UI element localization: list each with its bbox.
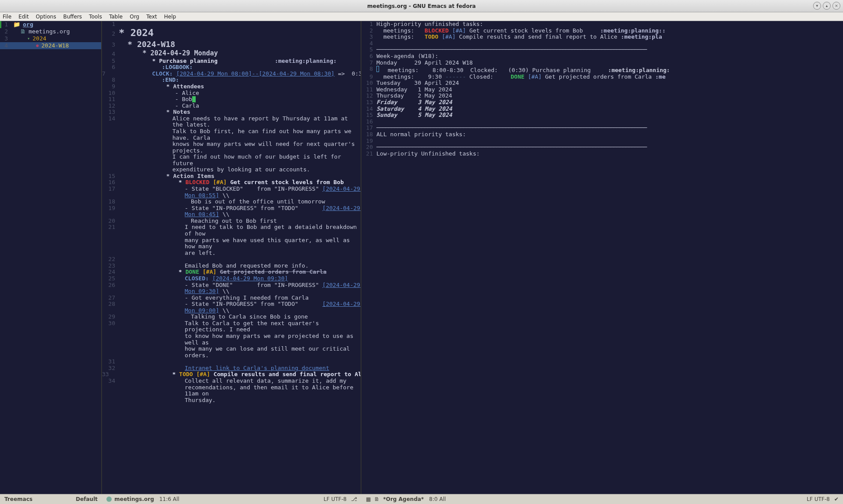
menu-buffers[interactable]: Buffers [63,14,82,20]
agenda-day-monday[interactable]: Monday 29 April 2024 W18 [376,60,843,66]
tree-file[interactable]: meetings.org [29,29,70,35]
expand-icon[interactable]: ▾ [27,36,30,41]
vcs-icon: ⎇ [351,496,357,502]
heading-action-items[interactable]: * Action Items [119,173,361,180]
tree-week[interactable]: 2024-W18 [41,43,69,49]
action-todo-title[interactable]: Compile results and send final report to… [214,371,361,377]
agenda-section-header: High-priority unfinished tasks: [376,21,843,28]
agenda-item[interactable]: Get current stock levels from Bob [466,27,600,34]
mode-icon [106,497,112,502]
item-body: Talk to Carla to get the next quarter's … [119,320,361,359]
project-root[interactable]: org [23,22,33,28]
menu-tools[interactable]: Tools [89,14,102,20]
item-body: Collect all relevant data, summarize it,… [119,378,361,403]
agenda-item[interactable]: meetings: 8:00-8:30 Clocked: (0:30) Purc… [381,67,608,73]
maximize-button[interactable]: ▴ [823,2,831,10]
agenda-day-saturday[interactable]: Saturday 4 May 2024 [376,106,843,112]
line-number: 1 [0,22,11,28]
action-done-title[interactable]: Get projected orders from Carla [220,268,327,275]
line-number: 3 [0,36,11,42]
timestamp[interactable]: [2024-04-29 Mon 08:00] [176,70,252,77]
menu-org[interactable]: Org [130,14,139,20]
encoding: LF UTF-8 [324,496,347,502]
logbook-open[interactable]: :LOGBOOK: [162,64,193,70]
log-note: - Got everything I needed from Carla [119,295,361,301]
logbook-end[interactable]: :END: [162,76,179,83]
cursor-position: 11:6 All [159,496,179,502]
agenda-current-marker [376,66,379,72]
agenda-day-sunday[interactable]: Sunday 5 May 2024 [376,112,843,119]
menu-options[interactable]: Options [36,14,56,20]
buffer-name[interactable]: meetings.org [114,496,154,502]
modeline: Treemacs Default meetings.org 11:6 All L… [0,494,843,504]
checkmark-icon: ✔ [834,496,839,502]
tree-year[interactable]: 2024 [33,36,46,42]
heading-notes[interactable]: * Notes [119,109,361,116]
log-note: Reaching out to Bob first [119,218,361,225]
log-note: Talking to Carla since Bob is gone [119,314,361,320]
modeline-main: meetings.org 11:6 All LF UTF-8⎇ [102,494,361,504]
item-body: I need to talk to Bob and get a detaield… [119,224,361,256]
folder-icon: 📁 [13,22,20,28]
heading-purchase[interactable]: * Purchase planning [152,58,218,64]
agenda-item[interactable]: Get projected orders from Carla [542,73,655,80]
todo-state-blocked[interactable]: BLOCKED [186,179,210,185]
agenda-separator: ────────────────────────────────────────… [376,125,843,131]
close-button[interactable]: × [832,2,840,10]
agenda-day-friday[interactable]: Friday 3 May 2024 [376,99,843,106]
todo-state-todo[interactable]: TODO [179,371,193,377]
agenda-day-wednesday[interactable]: Wednesday 1 May 2024 [376,87,843,93]
intranet-link[interactable]: Intranet link to Carla's planning docume… [185,365,329,371]
bullet-icon: ● [36,43,39,48]
tags: :meeting:planning: [275,58,337,64]
list-item: - Carla [119,103,361,109]
agenda-week-header: Week-agenda (W18): [376,53,843,60]
buffer-name[interactable]: *Org Agenda* [383,496,424,502]
heading-w18[interactable]: * 2024-W18 [119,40,361,50]
menu-edit[interactable]: Edit [18,14,29,20]
cursor-position: 8:0 All [429,496,446,502]
agenda-separator: ────────────────────────────────────────… [376,47,843,53]
line-number: 4 [0,43,11,49]
menu-help[interactable]: Help [164,14,176,20]
list-item: - Alice [119,90,361,97]
list-item: - Bob [175,96,192,102]
action-blocked-title[interactable]: Get current stock levels from Bob [230,179,343,185]
text-cursor [192,96,196,102]
menu-table[interactable]: Table [109,14,123,20]
agenda-separator: ────────────────────────────────────────… [376,144,843,151]
line-number: 2 [0,29,11,35]
agenda-day-tuesday[interactable]: Tuesday 30 April 2024 [376,80,843,87]
treemacs-pane[interactable]: 1 📁org 2 🗎meetings.org 3 ▾2024 4 ●2024-W… [0,21,102,494]
notes-body: Alice needs to have a report by Thursday… [119,116,361,173]
agenda-day-thursday[interactable]: Thursday 2 May 2024 [376,93,843,99]
agenda-pane[interactable]: 1High-priority unfinished tasks: 2 meeti… [361,21,843,494]
log-note: Bob is out of the office until tomorrow [119,199,361,205]
window-titlebar: meetings.org - GNU Emacs at fedora ▾ ▴ × [0,0,843,12]
agenda-item[interactable]: Compile results and send final report to… [456,33,621,40]
main-buffer[interactable]: 1 2* 2024 3* 2024-W18 4* 2024-04-29 Mond… [102,21,361,494]
window-buttons: ▾ ▴ × [813,2,840,10]
heading-attendees[interactable]: * Attendees [119,83,361,90]
window-title: meetings.org - GNU Emacs at fedora [367,3,476,9]
modeline-agenda: ▦ 🗎 *Org Agenda* 8:0 All LF UTF-8✔ [361,494,843,504]
menu-text[interactable]: Text [146,14,157,20]
clock-keyword: CLOCK: [152,70,176,77]
encoding: LF UTF-8 [807,496,830,502]
agenda-section-header: Low-priority Unfinished tasks: [376,151,843,157]
minimize-button[interactable]: ▾ [813,2,821,10]
heading-day[interactable]: * 2024-04-29 Monday [119,50,361,58]
modeline-treemacs: Treemacs Default [0,494,102,504]
menubar[interactable]: File Edit Options Buffers Tools Table Or… [0,12,843,21]
agenda-ml-icons: ▦ 🗎 [366,496,380,502]
heading-2024[interactable]: * 2024 [119,28,361,40]
agenda-section-header: ALL normal priority tasks: [376,131,843,138]
menu-file[interactable]: File [3,14,11,20]
timestamp[interactable]: [2024-04-29 Mon 08:30] [259,70,334,77]
file-icon: 🗎 [20,29,26,35]
todo-state-done[interactable]: DONE [186,268,199,275]
item-body: Emailed Bob and requested more info. [119,263,361,269]
timestamp[interactable]: [2024-04-29 Mon 09:30] [212,275,288,282]
